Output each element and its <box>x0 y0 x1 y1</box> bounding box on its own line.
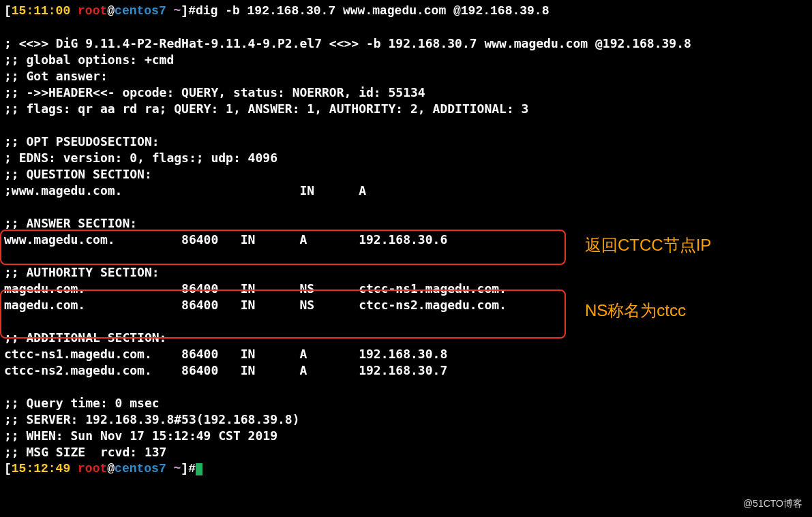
hostname: centos7 <box>115 462 166 475</box>
timestamp: 15:11:00 <box>12 4 70 18</box>
username: root <box>78 4 107 18</box>
cwd: ~ <box>174 462 181 475</box>
prompt-symbol: # <box>188 4 196 18</box>
prompt-symbol: # <box>188 462 196 475</box>
annotation-ns-ctcc: NS称名为ctcc <box>585 302 686 319</box>
cwd: ~ <box>174 4 181 18</box>
watermark: @51CTO博客 <box>743 495 802 512</box>
hostname: centos7 <box>115 4 166 18</box>
cursor <box>196 463 202 475</box>
annotation-ctcc-ip: 返回CTCC节点IP <box>585 237 711 253</box>
prompt-line-2[interactable]: [15:12:49 root@centos7 ~]# <box>4 460 808 477</box>
prompt-line-1: [15:11:00 root@centos7 ~]#dig -b 192.168… <box>4 3 808 19</box>
username: root <box>78 462 107 475</box>
command-text: dig -b 192.168.30.7 www.magedu.com @192.… <box>196 4 549 18</box>
timestamp: 15:12:49 <box>12 462 70 475</box>
